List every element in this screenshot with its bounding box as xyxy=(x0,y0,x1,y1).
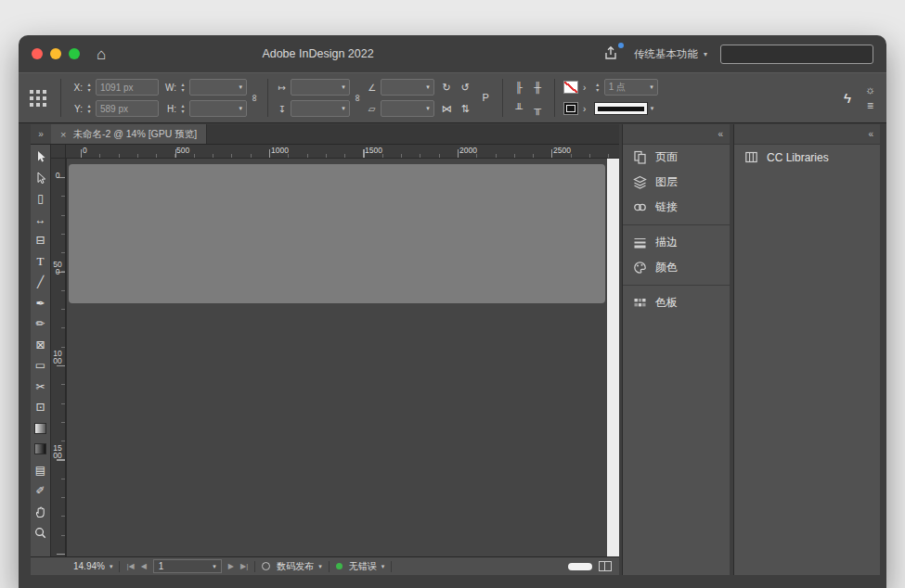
type-tool[interactable]: T xyxy=(32,254,49,269)
panel-menu-icon[interactable]: ≡ xyxy=(867,100,873,111)
fill-swatch-none[interactable] xyxy=(563,81,578,94)
reference-point-proxy[interactable] xyxy=(30,90,46,107)
search-input[interactable] xyxy=(720,45,873,64)
line-tool[interactable]: ╱ xyxy=(32,275,49,289)
panel-button-cc-libraries[interactable]: CC Libraries xyxy=(734,145,880,170)
x-field[interactable]: 1091 px xyxy=(96,79,159,96)
gear-icon[interactable]: ☼ xyxy=(865,84,875,96)
rotate-cw-button[interactable]: ↻ xyxy=(439,80,455,96)
gpu-performance-icon[interactable]: ϟ xyxy=(844,90,851,106)
pen-tool[interactable]: ✒ xyxy=(32,296,49,311)
preflight-errors-dropdown[interactable]: 无错误 ▾ xyxy=(349,560,385,573)
zoom-level-dropdown[interactable]: 14.94% ▾ xyxy=(73,561,112,571)
document-tabbar: » × 未命名-2 @ 14% [GPU 预览] xyxy=(31,124,619,145)
selection-tool[interactable] xyxy=(32,149,49,164)
constrain-wh-link-icon[interactable]: ∞ xyxy=(250,95,261,102)
y-stepper[interactable]: ▴▾ xyxy=(85,103,93,114)
panel-label: 页面 xyxy=(655,149,678,165)
gradient-icon xyxy=(34,423,46,434)
fill-menu-chevron-icon[interactable]: › xyxy=(580,83,589,93)
collapse-dock-icon[interactable]: « xyxy=(718,129,723,139)
gap-tool[interactable]: ↔ xyxy=(32,212,49,227)
first-page-button[interactable]: |◀ xyxy=(126,562,134,570)
pencil-tool[interactable]: ✏ xyxy=(32,316,49,331)
w-stepper[interactable]: ▴▾ xyxy=(179,82,187,93)
panel-button-links[interactable]: 链接 xyxy=(623,195,730,220)
page-number-value: 1 xyxy=(159,561,164,571)
scissors-tool[interactable]: ✂ xyxy=(32,379,49,394)
horizontal-ruler[interactable]: 0 500 1000 1500 2000 2500 xyxy=(66,145,619,159)
chevron-down-icon: ▾ xyxy=(235,105,242,112)
shear-angle-field[interactable]: ▾ xyxy=(381,100,434,117)
align-left-button[interactable]: ╟ xyxy=(511,80,527,96)
scale-y-field[interactable]: ▾ xyxy=(291,100,350,117)
x-stepper[interactable]: ▴▾ xyxy=(85,82,93,93)
close-window-button[interactable] xyxy=(32,48,43,59)
panel-button-stroke[interactable]: 描边 xyxy=(623,230,730,255)
scale-x-field[interactable]: ▾ xyxy=(291,79,350,96)
rotate-shear-fields: ∠ ▾ ▱ ▾ xyxy=(367,79,434,118)
panel-button-layers[interactable]: 图层 xyxy=(623,170,730,195)
flip-vertical-button[interactable]: ⇅ xyxy=(458,101,473,117)
hand-tool[interactable] xyxy=(32,505,49,519)
panel-button-swatches[interactable]: 色板 xyxy=(623,290,730,315)
fullscreen-window-button[interactable] xyxy=(69,48,80,59)
close-tab-icon[interactable]: × xyxy=(60,129,66,140)
toolbar-expand-icon[interactable]: » xyxy=(31,124,51,144)
stroke-menu-chevron-icon[interactable]: › xyxy=(580,104,589,114)
rotation-angle-field[interactable]: ▾ xyxy=(381,79,434,96)
panel-button-color[interactable]: 颜色 xyxy=(623,255,730,280)
last-page-button[interactable]: ▶| xyxy=(240,562,248,570)
zoom-tool[interactable] xyxy=(32,525,49,540)
pasteboard[interactable] xyxy=(607,159,619,556)
ruler-origin-corner[interactable] xyxy=(51,145,66,159)
home-icon[interactable]: ⌂ xyxy=(97,46,106,62)
content-collector-tool[interactable]: ⊟ xyxy=(32,233,49,248)
vertical-scroll-thumb[interactable] xyxy=(69,164,605,303)
note-tool[interactable]: ▤ xyxy=(32,463,49,478)
align-top-button[interactable]: ╥ xyxy=(530,101,546,117)
next-page-button[interactable]: ▶ xyxy=(228,562,234,570)
gradient-swatch-tool[interactable] xyxy=(32,421,49,436)
align-bottom-button[interactable]: ╨ xyxy=(511,101,527,117)
page-number-dropdown[interactable]: 1 ▾ xyxy=(153,559,222,573)
stroke-style-chevron-icon[interactable]: ▾ xyxy=(651,105,654,112)
stroke-weight-field[interactable]: 1 点▾ xyxy=(604,79,658,96)
rotate-ccw-button[interactable]: ↺ xyxy=(458,80,473,96)
share-icon[interactable] xyxy=(602,45,621,62)
stroke-weight-stepper[interactable]: ▴▾ xyxy=(594,82,601,93)
control-bar: X: ▴▾ 1091 px Y: ▴▾ 589 px W: ▴▾ ▾ H: ▴▾… xyxy=(19,72,886,123)
document-zone: » × 未命名-2 @ 14% [GPU 预览] xyxy=(31,124,619,575)
scale-fields: ↦ ▾ ↧ ▾ xyxy=(277,79,350,118)
vertical-scrollbar[interactable] xyxy=(66,159,607,556)
split-layout-view-button[interactable] xyxy=(599,561,612,571)
stroke-swatch[interactable] xyxy=(563,102,578,115)
y-field[interactable]: 589 px xyxy=(96,100,159,117)
h-stepper[interactable]: ▴▾ xyxy=(179,103,187,114)
align-center-button[interactable]: ╫ xyxy=(530,80,546,96)
constrain-scale-link-icon[interactable]: ∞ xyxy=(353,95,364,102)
page-tool[interactable]: ▯ xyxy=(32,191,49,206)
previous-page-button[interactable]: ◀ xyxy=(141,562,147,570)
h-field[interactable]: ▾ xyxy=(189,100,247,117)
collapse-dock-icon[interactable]: « xyxy=(868,129,873,139)
color-palette-icon xyxy=(633,261,647,275)
minimize-window-button[interactable] xyxy=(50,48,61,59)
rectangle-tool[interactable]: ▭ xyxy=(32,358,49,373)
panel-button-pages[interactable]: 页面 xyxy=(623,145,730,170)
horizontal-scroll-thumb[interactable] xyxy=(568,563,592,570)
color-theme-tool[interactable]: ✐ xyxy=(32,483,49,498)
dock-separator xyxy=(623,285,730,286)
workspace-switcher[interactable]: 传统基本功能 ▾ xyxy=(634,47,707,61)
stroke-style-preview[interactable] xyxy=(594,102,648,115)
free-transform-tool[interactable]: ⊡ xyxy=(32,400,49,415)
preflight-profile-dropdown[interactable]: 数码发布 ▾ xyxy=(277,560,322,573)
preflight-icon[interactable] xyxy=(262,562,270,570)
direct-selection-tool[interactable] xyxy=(32,171,49,185)
vertical-ruler[interactable]: 0 500 1000 1500 xyxy=(51,159,66,556)
rectangle-frame-tool[interactable]: ⊠ xyxy=(32,338,49,352)
document-tab[interactable]: × 未命名-2 @ 14% [GPU 预览] xyxy=(51,124,207,144)
gradient-feather-tool[interactable] xyxy=(32,441,49,456)
flip-horizontal-button[interactable]: ⋈ xyxy=(439,101,455,117)
w-field[interactable]: ▾ xyxy=(189,79,247,96)
